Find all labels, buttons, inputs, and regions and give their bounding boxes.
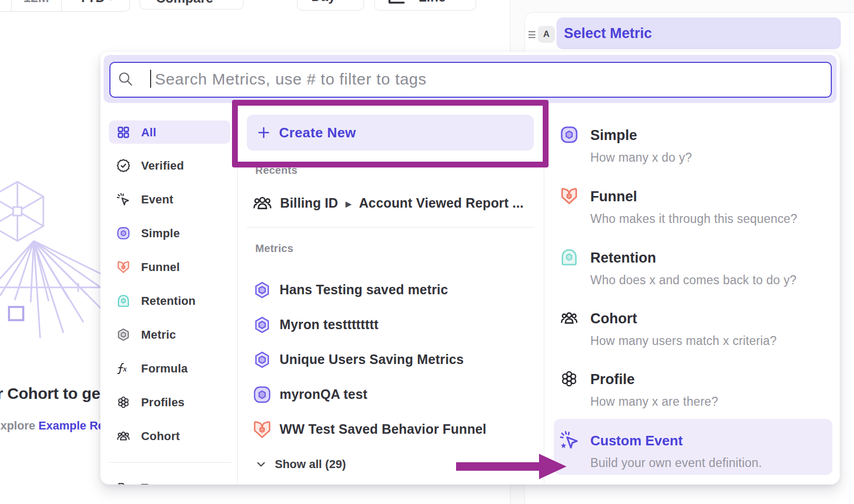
svg-text:x: x bbox=[123, 365, 127, 373]
